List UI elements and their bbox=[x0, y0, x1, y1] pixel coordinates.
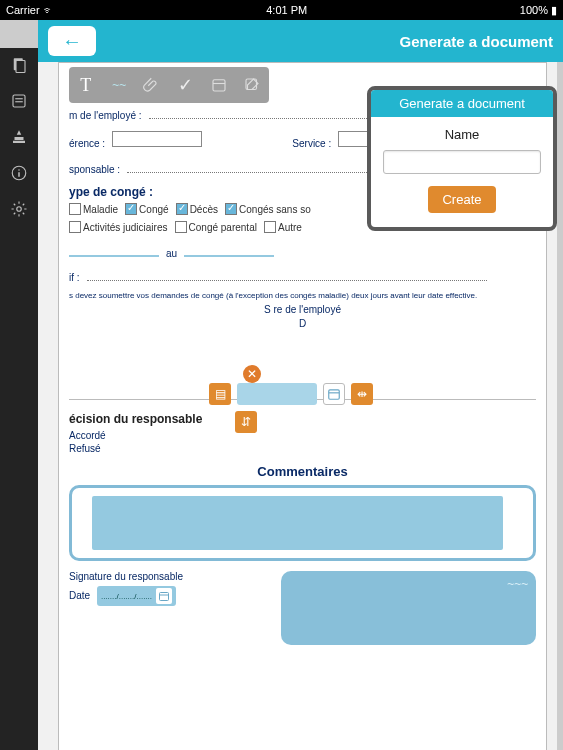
field-type-icon[interactable]: ▤ bbox=[209, 383, 231, 405]
text-tool-icon[interactable]: T bbox=[75, 74, 97, 96]
sig-resp-label: Signature du responsable bbox=[69, 571, 269, 582]
align-v-icon[interactable]: ⇵ bbox=[235, 411, 257, 433]
back-button[interactable]: ← bbox=[48, 26, 96, 56]
info-icon[interactable] bbox=[8, 162, 30, 184]
accorde-label: Accordé bbox=[69, 430, 536, 441]
svg-rect-6 bbox=[13, 141, 25, 143]
documents-icon[interactable] bbox=[8, 54, 30, 76]
clock: 4:01 PM bbox=[54, 4, 520, 16]
text-field-icon: T bbox=[508, 494, 525, 526]
manager-label: sponsable : bbox=[69, 164, 120, 175]
comments-text-area[interactable] bbox=[92, 496, 503, 550]
battery-icon: ▮ bbox=[551, 4, 557, 16]
gear-icon[interactable] bbox=[8, 198, 30, 220]
svg-point-8 bbox=[18, 169, 20, 171]
employee-label: m de l'employé : bbox=[69, 110, 142, 121]
ref-input[interactable] bbox=[112, 131, 202, 147]
page-title: Generate a document bbox=[400, 33, 553, 50]
calendar-picker-icon[interactable] bbox=[323, 383, 345, 405]
to-label: au bbox=[166, 248, 177, 259]
submission-note: s devez soumettre vos demandes de congé … bbox=[69, 291, 536, 300]
refuse-label: Refusé bbox=[69, 443, 536, 454]
compose-tool-icon[interactable] bbox=[241, 74, 263, 96]
chk-sans-solde[interactable]: Congés sans so bbox=[225, 203, 311, 215]
sig-employee-label: re de l'employé bbox=[273, 304, 341, 315]
top-nav: ← Generate a document bbox=[38, 20, 563, 62]
date-value: ......./......./....... bbox=[101, 592, 152, 601]
generate-document-popover: Generate a document Name Create bbox=[367, 86, 557, 231]
svg-rect-5 bbox=[15, 137, 24, 140]
left-sidebar bbox=[0, 48, 38, 750]
svg-rect-2 bbox=[13, 95, 25, 107]
annotate-toolbar: T ~~ ✓ bbox=[69, 67, 269, 103]
signature-tool-icon[interactable]: ~~ bbox=[108, 74, 130, 96]
wifi-icon: ᯤ bbox=[43, 4, 54, 16]
chk-autre[interactable]: Autre bbox=[264, 221, 302, 233]
chk-judiciaire[interactable]: Activités judiciaires bbox=[69, 221, 167, 233]
field-preview-chip[interactable] bbox=[237, 383, 317, 405]
comments-title: Commentaires bbox=[69, 464, 536, 479]
decision-title: écision du responsable bbox=[69, 412, 536, 426]
close-badge-icon[interactable]: ✕ bbox=[243, 365, 261, 383]
list-icon[interactable] bbox=[8, 90, 30, 112]
stamp-icon[interactable] bbox=[8, 126, 30, 148]
date-to-field[interactable] bbox=[184, 245, 274, 257]
attach-icon[interactable] bbox=[141, 74, 163, 96]
svg-rect-9 bbox=[18, 172, 20, 177]
service-label: Service : bbox=[292, 138, 331, 149]
date-from-field[interactable] bbox=[69, 245, 159, 257]
name-label: Name bbox=[383, 127, 541, 142]
comments-box[interactable]: T bbox=[69, 485, 536, 561]
align-h-icon[interactable]: ⇹ bbox=[351, 383, 373, 405]
check-tool-icon[interactable]: ✓ bbox=[175, 74, 197, 96]
svg-rect-11 bbox=[213, 80, 225, 91]
calendar-tool-icon[interactable] bbox=[208, 74, 230, 96]
chk-conge[interactable]: Congé bbox=[125, 203, 168, 215]
chk-deces[interactable]: Décès bbox=[176, 203, 218, 215]
name-input[interactable] bbox=[383, 150, 541, 174]
field-editor-row: ▤ ⇹ bbox=[209, 383, 373, 405]
ref-label: érence : bbox=[69, 138, 105, 149]
svg-point-10 bbox=[17, 207, 22, 212]
svg-rect-1 bbox=[16, 61, 25, 73]
status-bar: Carrier ᯤ 4:01 PM 100% ▮ bbox=[0, 0, 563, 20]
popover-title: Generate a document bbox=[371, 90, 553, 117]
calendar-icon bbox=[156, 588, 172, 604]
date-chip[interactable]: ......./......./....... bbox=[97, 586, 176, 606]
signature-pad[interactable]: ~~~ bbox=[281, 571, 536, 645]
date-label: Date bbox=[69, 590, 90, 601]
arrow-left-icon: ← bbox=[62, 30, 82, 53]
create-button[interactable]: Create bbox=[428, 186, 495, 213]
battery-label: 100% bbox=[520, 4, 548, 16]
carrier-label: Carrier bbox=[6, 4, 40, 16]
chk-parental[interactable]: Congé parental bbox=[175, 221, 257, 233]
motif-label: if : bbox=[69, 272, 80, 283]
svg-rect-14 bbox=[329, 390, 340, 399]
signature-scribble-icon: ~~~ bbox=[507, 577, 528, 591]
svg-rect-16 bbox=[160, 593, 169, 601]
chk-maladie[interactable]: Maladie bbox=[69, 203, 118, 215]
